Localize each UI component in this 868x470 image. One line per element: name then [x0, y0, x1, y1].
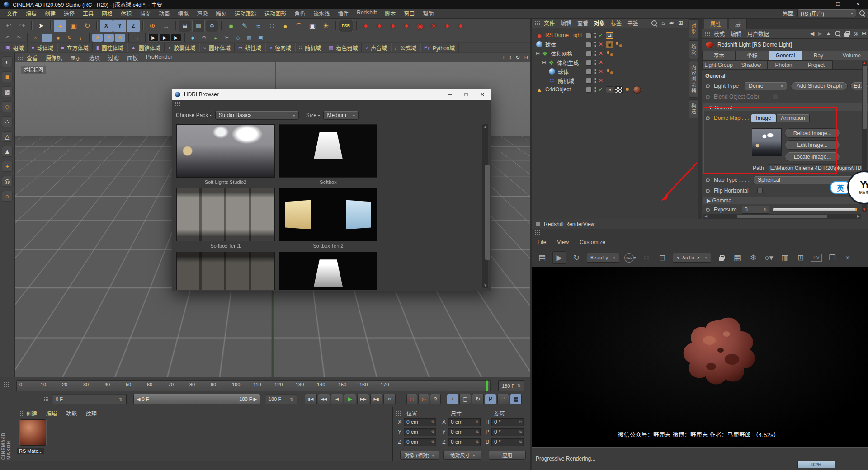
- exposure-slider[interactable]: [773, 208, 857, 212]
- keyframe-selection-button[interactable]: ?: [430, 394, 441, 404]
- radial-field-button[interactable]: ◑径向域: [265, 43, 295, 52]
- dialog-title-bar[interactable]: HDRI Browser ─□✕: [172, 89, 491, 100]
- visibility-dots[interactable]: [594, 41, 597, 47]
- anim-dot-icon[interactable]: [706, 208, 710, 212]
- attribute-menu-item[interactable]: 模式: [714, 30, 725, 38]
- blend-object-color-checkbox[interactable]: [773, 94, 778, 99]
- viewport-menu-item[interactable]: 显示: [70, 54, 81, 61]
- align-tag[interactable]: a: [606, 86, 613, 93]
- move-tool-icon[interactable]: +: [54, 20, 66, 32]
- dialog-minimize-button[interactable]: ─: [442, 89, 458, 100]
- hdri-thumbnail[interactable]: [279, 188, 377, 241]
- primitive-cube-icon[interactable]: ■: [225, 20, 237, 32]
- coord-system-icon[interactable]: ⊕: [146, 20, 159, 32]
- cylinder-field-button[interactable]: ▮圆柱体域: [93, 43, 127, 52]
- box-field-button[interactable]: ■立方体域: [57, 43, 93, 52]
- eye-tag[interactable]: ◉: [606, 41, 613, 48]
- menubar-item[interactable]: 脚本: [381, 9, 400, 17]
- scale-tool-icon[interactable]: ▣: [67, 20, 80, 32]
- y-axis-lock-icon[interactable]: Y: [113, 20, 126, 32]
- solo-mode-icon[interactable]: ◎: [2, 176, 13, 187]
- drag-handle-icon[interactable]: [705, 31, 710, 36]
- enabled-state[interactable]: ✕: [599, 77, 603, 84]
- rs-area-light-icon[interactable]: ●: [373, 20, 386, 32]
- menubar-item[interactable]: 选择: [60, 9, 79, 17]
- dialog-drag-handle[interactable]: [172, 100, 491, 108]
- spherical-field-button[interactable]: ●球体域: [28, 43, 57, 52]
- coord-mode-dropdown[interactable]: 对象 (相对)▾: [400, 451, 439, 460]
- array-grid-icon[interactable]: ▦: [244, 34, 255, 42]
- visibility-dots[interactable]: [594, 86, 597, 93]
- attr-tab-坐标[interactable]: 坐标: [735, 51, 769, 60]
- linear-field-button[interactable]: ↦线性域: [235, 43, 265, 52]
- object-tree-row[interactable]: ◆RS Dome Light✓⇄: [532, 31, 698, 40]
- polygons-mode-icon[interactable]: ▲: [2, 146, 13, 157]
- search-icon[interactable]: [835, 30, 841, 37]
- object-manager-menu-item[interactable]: 对象: [594, 19, 605, 27]
- capsule-field-button[interactable]: ◗胶囊体域: [165, 43, 200, 52]
- menubar-item[interactable]: 捕捉: [136, 9, 155, 17]
- enabled-state[interactable]: ✕: [599, 68, 603, 75]
- forward-icon[interactable]: ▶: [818, 30, 822, 37]
- x-axis-lock-icon[interactable]: X: [100, 20, 113, 32]
- timeline-ruler[interactable]: 0102030405060708090100110120130140150160…: [16, 380, 491, 391]
- phong-tag[interactable]: [606, 50, 614, 57]
- menubar-item[interactable]: 角色: [290, 9, 309, 17]
- grab-hand-icon[interactable]: ☞: [222, 34, 232, 42]
- formula-field-button[interactable]: ƒ公式域: [391, 43, 420, 52]
- hdri-thumbnail[interactable]: [279, 252, 377, 290]
- shader-field-button[interactable]: ▩着色器域: [325, 43, 362, 52]
- rs-proxy-icon[interactable]: ●: [454, 20, 467, 32]
- side-tab-对象[interactable]: 对象: [689, 19, 698, 38]
- ring-tool-icon[interactable]: ○: [30, 34, 41, 42]
- object-manager-menu-item[interactable]: 书签: [627, 19, 638, 27]
- vertical-divider[interactable]: [698, 18, 702, 219]
- menubar-item[interactable]: 文件: [3, 9, 22, 17]
- current-frame-field[interactable]: 0 F⇅: [52, 394, 127, 404]
- field-icon[interactable]: ●: [279, 20, 292, 32]
- torus-field-button[interactable]: ○圆环体域: [199, 43, 235, 52]
- exposure-field[interactable]: 0: [742, 206, 769, 214]
- reload-image-button[interactable]: Reload Image...: [785, 128, 840, 138]
- record-pla-toggle[interactable]: ∷: [497, 394, 509, 404]
- gamma-section[interactable]: ▶ Gamma: [703, 197, 861, 204]
- vertical-divider[interactable]: [530, 18, 532, 470]
- grid-icon[interactable]: ▦: [732, 253, 743, 263]
- next-arrow-icon[interactable]: →: [132, 34, 142, 42]
- drag-handle-icon[interactable]: [18, 411, 24, 416]
- record-parameter-toggle[interactable]: P: [485, 394, 496, 404]
- redo-icon[interactable]: ↷: [16, 20, 28, 32]
- renderview-menu-file[interactable]: File: [538, 239, 546, 245]
- apply-button[interactable]: 应用: [489, 451, 526, 460]
- general-subsection-header[interactable]: ▼ General: [703, 103, 868, 111]
- viewport-menu-item[interactable]: 摄像机: [46, 54, 62, 61]
- box-tool-icon[interactable]: ■: [53, 34, 63, 42]
- new-panel-icon[interactable]: ⊞: [862, 30, 866, 37]
- model-mode-icon[interactable]: ■: [2, 71, 13, 82]
- prev-frame-button[interactable]: ◀: [331, 394, 343, 404]
- up-icon[interactable]: ▲: [826, 30, 831, 37]
- phong-tag[interactable]: [615, 41, 623, 48]
- record-scale-toggle[interactable]: ▢: [459, 394, 471, 404]
- pack-dropdown[interactable]: Studio Basics▾: [215, 111, 299, 120]
- y-small-icon[interactable]: ⊗: [104, 34, 114, 42]
- drag-handle-icon[interactable]: [43, 396, 49, 401]
- compositing-tag[interactable]: [615, 86, 623, 93]
- render-canvas[interactable]: 微信公众号：野鹿志 微博：野鹿志 作者：马鹿野郎 （4.52s）: [532, 267, 868, 448]
- anim-dot-icon[interactable]: [706, 116, 710, 120]
- copy-icon[interactable]: ❐: [827, 253, 838, 263]
- material-tag[interactable]: [633, 86, 641, 94]
- visibility-dots[interactable]: [594, 32, 597, 38]
- phong-tag[interactable]: [606, 68, 614, 75]
- hdri-thumbnail[interactable]: [176, 252, 275, 290]
- close-button[interactable]: ✕: [848, 0, 868, 9]
- visibility-dots[interactable]: [594, 68, 597, 75]
- attr-tab-Light Group[interactable]: Light Group: [702, 60, 735, 70]
- pen-icon[interactable]: ✎: [238, 20, 251, 32]
- menubar-item[interactable]: 模拟: [174, 9, 193, 17]
- object-manager-menu-item[interactable]: 查看: [577, 19, 588, 27]
- menubar-item[interactable]: 运动跟踪: [231, 9, 260, 17]
- rotate-tool-icon[interactable]: ↻: [81, 20, 94, 32]
- coord-field[interactable]: 0 °: [491, 438, 524, 446]
- side-tab-场次[interactable]: 场次: [689, 40, 698, 59]
